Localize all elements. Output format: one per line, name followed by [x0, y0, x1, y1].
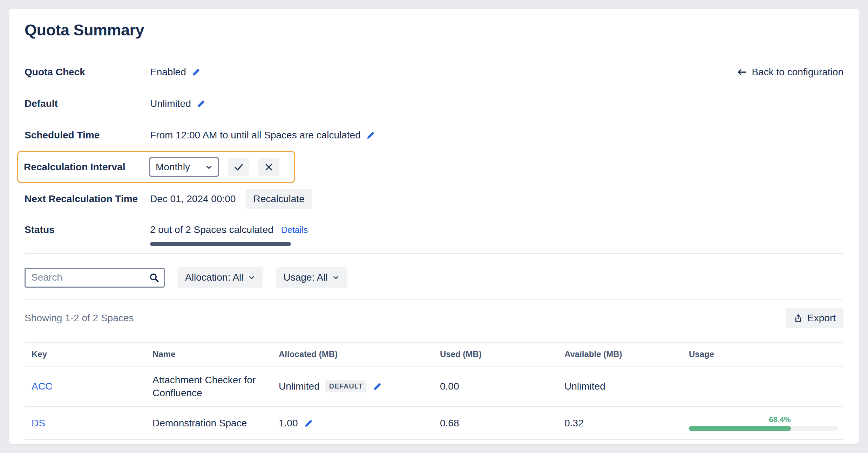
chevron-down-icon: [332, 274, 340, 281]
default-label: Default: [25, 98, 150, 109]
pencil-icon: [304, 418, 313, 428]
close-icon: [264, 162, 274, 172]
available-value: Unlimited: [564, 381, 689, 392]
quota-check-row: Quota Check Enabled: [25, 62, 843, 82]
status-progress-fill: [150, 242, 291, 246]
export-icon: [793, 313, 803, 323]
usage-bar-fill: [689, 426, 791, 431]
pencil-icon: [366, 130, 375, 140]
header-available: Available (MB): [564, 349, 689, 359]
space-name: Demonstration Space: [152, 417, 279, 430]
header-allocated: Allocated (MB): [279, 349, 440, 359]
settings-section: Back to configuration Quota Check Enable…: [25, 62, 843, 246]
back-to-configuration-link[interactable]: Back to configuration: [737, 62, 844, 82]
allocated-value: 1.00: [279, 418, 298, 429]
edit-allocation-button[interactable]: [304, 418, 313, 428]
header-used: Used (MB): [440, 349, 564, 359]
recalculation-interval-edit-row: Recalculation Interval Monthly: [17, 151, 295, 183]
status-progress-track: [150, 242, 291, 246]
search-icon[interactable]: [149, 272, 160, 285]
edit-scheduled-time-button[interactable]: [366, 130, 375, 140]
usage-cell: 68.4%: [689, 415, 843, 431]
next-recalculation-value: Dec 01, 2024 00:00: [150, 193, 236, 205]
allocation-filter-dropdown[interactable]: Allocation: All: [177, 267, 263, 288]
table-row: DS Demonstration Space 1.00 0.68 0.32 68…: [25, 407, 843, 440]
scheduled-time-row: Scheduled Time From 12:00 AM to until al…: [25, 125, 843, 145]
usage-filter-dropdown[interactable]: Usage: All: [276, 267, 347, 288]
results-summary: Showing 1-2 of 2 Spaces: [25, 313, 134, 324]
cancel-interval-button[interactable]: [258, 158, 279, 176]
pencil-icon: [372, 382, 382, 391]
scheduled-time-label: Scheduled Time: [25, 130, 150, 141]
allocation-filter-label: Allocation: All: [185, 272, 244, 283]
pencil-icon: [191, 67, 201, 77]
export-button[interactable]: Export: [786, 308, 843, 328]
default-value: Unlimited: [150, 98, 191, 109]
recalculate-button[interactable]: Recalculate: [245, 189, 312, 209]
status-details-link[interactable]: Details: [281, 225, 308, 235]
header-name: Name: [152, 349, 279, 359]
quota-check-label: Quota Check: [25, 67, 150, 78]
recalculation-interval-select[interactable]: Monthly: [149, 157, 219, 177]
recalculation-interval-selected-value: Monthly: [156, 162, 205, 173]
status-value: 2 out of 2 Spaces calculated: [150, 224, 273, 235]
section-divider: [25, 253, 843, 254]
edit-allocation-button[interactable]: [372, 382, 382, 391]
edit-quota-check-button[interactable]: [191, 67, 201, 77]
edit-default-button[interactable]: [196, 99, 206, 109]
available-value: 0.32: [564, 418, 689, 429]
used-value: 0.00: [440, 381, 564, 392]
default-badge: DEFAULT: [325, 380, 367, 392]
recalculation-interval-label: Recalculation Interval: [24, 162, 149, 173]
space-key-link[interactable]: DS: [32, 418, 45, 428]
scheduled-time-value: From 12:00 AM to until all Spaces are ca…: [150, 130, 361, 141]
space-key-link[interactable]: ACC: [32, 381, 52, 392]
quota-summary-panel: Quota Summary Back to configuration Quot…: [9, 9, 859, 444]
allocated-value: Unlimited: [279, 381, 320, 392]
spaces-table: Key Name Allocated (MB) Used (MB) Availa…: [25, 342, 843, 440]
filter-bar: Allocation: All Usage: All: [25, 267, 843, 288]
usage-percent-label: 68.4%: [689, 415, 791, 424]
status-row: Status 2 out of 2 Spaces calculated Deta…: [25, 220, 843, 246]
table-header-row: Key Name Allocated (MB) Used (MB) Availa…: [25, 343, 843, 366]
chevron-down-icon: [248, 274, 256, 281]
list-meta-row: Showing 1-2 of 2 Spaces Export: [25, 308, 843, 328]
chevron-down-icon: [205, 163, 213, 171]
status-label: Status: [25, 220, 150, 246]
header-key: Key: [25, 349, 152, 359]
quota-check-value: Enabled: [150, 67, 186, 78]
next-recalculation-label: Next Recalculation Time: [25, 193, 150, 205]
arrow-left-icon: [737, 67, 748, 78]
next-recalculation-row: Next Recalculation Time Dec 01, 2024 00:…: [25, 189, 843, 209]
default-row: Default Unlimited: [25, 94, 843, 114]
table-row: ACC Attachment Checker for Confluence Un…: [25, 366, 843, 407]
used-value: 0.68: [440, 418, 564, 429]
usage-bar-track: [689, 426, 838, 431]
space-name: Attachment Checker for Confluence: [152, 373, 279, 399]
check-icon: [233, 162, 244, 172]
export-button-label: Export: [807, 313, 836, 324]
pencil-icon: [196, 99, 206, 109]
section-divider: [25, 299, 843, 300]
page-title: Quota Summary: [25, 20, 843, 40]
usage-filter-label: Usage: All: [284, 272, 328, 283]
back-link-label: Back to configuration: [752, 67, 844, 78]
search-input[interactable]: [25, 268, 165, 288]
confirm-interval-button[interactable]: [228, 158, 249, 176]
header-usage: Usage: [689, 349, 843, 359]
